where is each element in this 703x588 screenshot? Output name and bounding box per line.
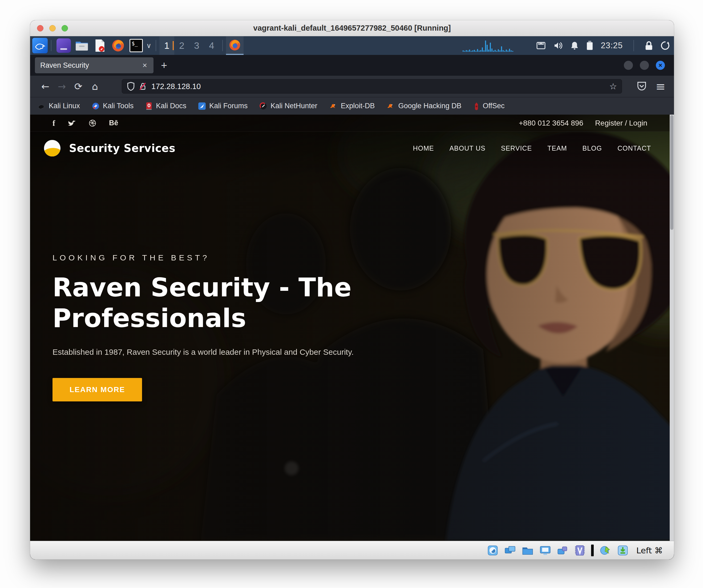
bookmark-exploit-db[interactable]: Exploit-DB	[329, 102, 375, 110]
page-viewport: f Bē +880 012 3654 896 Register / Log	[30, 115, 674, 541]
page-scrollbar[interactable]	[670, 115, 674, 541]
workspace-button-3[interactable]: 3	[189, 36, 204, 55]
nav-home[interactable]: HOME	[413, 144, 434, 152]
phone-number[interactable]: +880 012 3654 896	[519, 119, 583, 127]
tab-close-icon[interactable]: ×	[141, 61, 148, 70]
panel-separator	[156, 40, 156, 51]
url-text[interactable]: 172.28.128.10	[151, 82, 609, 91]
hero-kicker: LOOKING FOR THE BEST?	[53, 253, 388, 262]
pocket-icon[interactable]	[637, 81, 646, 91]
terminal-launcher[interactable]: $_	[129, 39, 143, 53]
hero-title: Raven Security - The Professionals	[53, 273, 388, 334]
register-login-link[interactable]: Register / Login	[595, 119, 647, 127]
bookmark-google-hacking-db[interactable]: Google Hacking DB	[386, 102, 461, 110]
bookmark-kali-forums[interactable]: Kali Forums	[198, 102, 248, 110]
battery-icon[interactable]	[586, 41, 593, 50]
tracking-protection-shield-icon[interactable]	[127, 82, 135, 91]
exploit-db-favicon	[329, 102, 338, 110]
nav-about-us[interactable]: ABOUT US	[449, 144, 485, 152]
nav-service[interactable]: SERVICE	[501, 144, 532, 152]
forward-button[interactable]: →	[54, 81, 70, 92]
text-editor-launcher[interactable]	[93, 39, 107, 53]
facebook-icon[interactable]: f	[53, 119, 55, 128]
bookmark-kali-docs[interactable]: Kali Docs	[145, 102, 186, 110]
panel-separator	[222, 40, 223, 51]
kali-docs-favicon	[145, 102, 153, 110]
file-manager-launcher[interactable]	[75, 39, 89, 53]
panel-separator	[633, 40, 634, 51]
scrollbar-thumb[interactable]	[670, 115, 674, 230]
social-links: f Bē	[53, 119, 118, 128]
vbox-display-icon[interactable]	[539, 545, 551, 556]
vbox-network-icon[interactable]	[504, 545, 516, 556]
vbox-mouse-integration-icon[interactable]	[600, 545, 611, 556]
site-nav: HOME ABOUT US SERVICE TEAM BLOG CONTACT	[413, 144, 651, 152]
close-window-icon[interactable]: ×	[656, 61, 665, 70]
terminal-emulator-launcher[interactable]	[57, 39, 71, 53]
site-brand[interactable]: Security Services	[69, 142, 175, 154]
workspace-button-1[interactable]: 1	[159, 36, 174, 55]
kali-forums-favicon	[198, 102, 206, 110]
kali-menu-button[interactable]	[32, 38, 48, 53]
new-tab-button[interactable]: +	[161, 60, 167, 71]
cpu-usage-graph[interactable]	[462, 40, 531, 52]
vbox-virtualization-icon[interactable]	[574, 544, 585, 556]
dribbble-icon[interactable]	[89, 120, 96, 127]
nav-contact[interactable]: CONTACT	[617, 144, 651, 152]
twitter-icon[interactable]	[68, 120, 76, 127]
vbox-download-icon[interactable]	[617, 545, 628, 556]
volume-icon[interactable]	[553, 41, 563, 50]
back-button[interactable]: ←	[37, 81, 54, 92]
hero-description: Established in 1987, Raven Security is a…	[53, 348, 388, 357]
learn-more-button[interactable]: LEARN MORE	[53, 378, 142, 401]
nav-blog[interactable]: BLOG	[582, 144, 602, 152]
insecure-connection-lock-icon[interactable]	[139, 82, 147, 91]
vm-window-title: vagrant-kali_default_1649657277982_50460…	[30, 24, 674, 32]
panel-clock[interactable]: 23:25	[601, 41, 623, 50]
google-hacking-db-favicon	[386, 102, 395, 110]
home-button[interactable]: ⌂	[87, 81, 103, 92]
reload-button[interactable]: ⟳	[70, 81, 87, 92]
terminal-emulator-icon	[60, 48, 67, 50]
behance-icon[interactable]: Bē	[109, 119, 118, 127]
workspace-switcher: 1 2 3 4	[159, 36, 219, 55]
maximize-window-icon[interactable]	[640, 61, 649, 70]
workspace-button-4[interactable]: 4	[204, 36, 219, 55]
browser-window-controls: ×	[624, 61, 665, 70]
firefox-nav-toolbar: ← → ⟳ ⌂ 172.28.128.10 ☆ ≡	[30, 76, 674, 97]
hero-title-line1: Raven Security - The	[53, 273, 388, 303]
vm-window: vagrant-kali_default_1649657277982_50460…	[30, 20, 674, 560]
notifications-bell-icon[interactable]	[570, 41, 579, 50]
vm-titlebar[interactable]: vagrant-kali_default_1649657277982_50460…	[30, 20, 674, 36]
kali-nethunter-favicon	[259, 102, 267, 110]
kali-tools-favicon	[92, 102, 100, 110]
offsec-favicon	[473, 102, 480, 110]
kali-panel: $_ ∨ 1 2 3 4	[30, 36, 674, 55]
topbar-right: +880 012 3654 896 Register / Login	[519, 119, 647, 127]
kali-linux-favicon	[37, 102, 46, 110]
site-logo-icon[interactable]	[44, 140, 61, 156]
minimize-window-icon[interactable]	[624, 61, 633, 70]
firefox-launcher[interactable]	[111, 39, 125, 53]
vbox-shared-folders-icon[interactable]	[522, 545, 534, 556]
power-logout-icon[interactable]	[660, 41, 670, 50]
vbox-harddisk-icon[interactable]	[487, 545, 498, 556]
chevron-down-icon[interactable]: ∨	[146, 42, 151, 50]
bookmark-kali-linux[interactable]: Kali Linux	[37, 102, 80, 110]
system-tray: 23:25	[536, 40, 670, 51]
bookmark-star-icon[interactable]: ☆	[609, 81, 617, 91]
tab-raven-security[interactable]: Raven Security ×	[35, 57, 154, 73]
firefox-icon	[111, 39, 125, 52]
bookmark-kali-tools[interactable]: Kali Tools	[92, 102, 134, 110]
menu-hamburger-icon[interactable]: ≡	[655, 80, 666, 93]
bookmark-kali-nethunter[interactable]: Kali NetHunter	[259, 102, 317, 110]
network-port-icon[interactable]	[536, 42, 546, 50]
url-bar[interactable]: 172.28.128.10 ☆	[122, 79, 622, 93]
workspace-button-2[interactable]: 2	[174, 36, 189, 55]
firefox-taskbar-button[interactable]	[226, 36, 244, 55]
bookmark-offsec[interactable]: OffSec	[473, 102, 505, 110]
hero-section: LOOKING FOR THE BEST? Raven Security - T…	[53, 253, 388, 401]
nav-team[interactable]: TEAM	[547, 144, 567, 152]
vbox-recording-icon[interactable]	[557, 545, 569, 556]
lock-screen-icon[interactable]	[645, 41, 653, 50]
